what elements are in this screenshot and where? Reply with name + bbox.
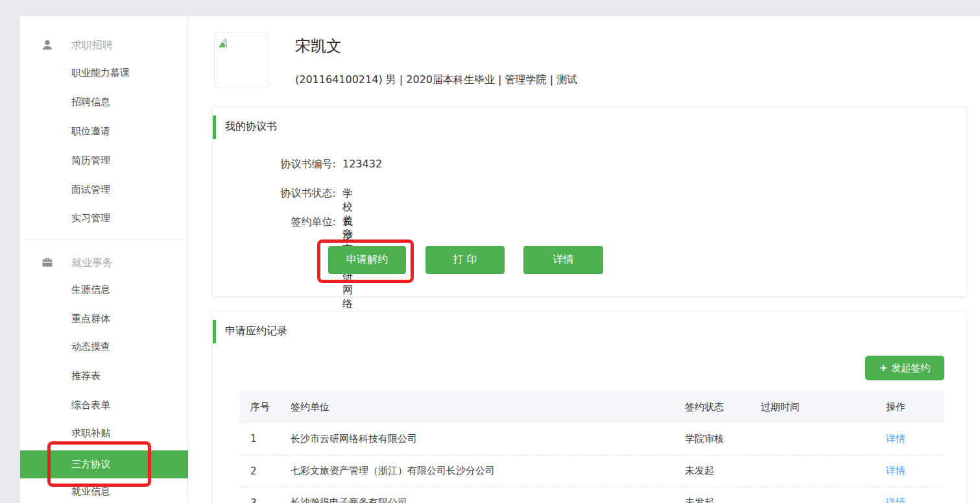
sidebar-group-jobs: 求职招聘 [20,38,187,55]
table-header-row: 序号 签约单位 签约状态 过期时间 操作 [239,391,944,423]
col-header-action: 操作 [875,391,944,423]
sidebar-item-recruit[interactable]: 招聘信息 [20,96,187,112]
print-button[interactable]: 打 印 [425,246,505,274]
sidebar-item-tripartite-agreement[interactable]: 三方协议 [20,450,188,478]
table-row: 1 长沙市云研网络科技有限公司 学院审核 详情 [239,423,944,455]
cell-company: 七彩文旅资产管理（浙江）有限公司长沙分公司 [280,455,674,487]
sidebar-item-invite[interactable]: 职位邀请 [20,125,187,141]
sidebar-item-subsidy[interactable]: 求职补贴 [20,427,187,443]
accent-bar [213,320,216,343]
cell-status: 学院审核 [674,423,750,455]
page: 求职招聘 职业能力慕课 招聘信息 职位邀请 简历管理 面试管理 实习管理 就业事… [0,0,980,503]
sidebar-item-interview[interactable]: 面试管理 [20,184,187,199]
field-label: 协议书编号: [239,158,336,171]
sidebar: 求职招聘 职业能力慕课 招聘信息 职位邀请 简历管理 面试管理 实习管理 就业事… [20,16,188,503]
student-meta: (201164100214) 男 | 2020届本科生毕业 | 管理学院 | 测… [295,73,577,87]
col-header-expire: 过期时间 [750,391,875,423]
field-value: 123432 [342,158,382,170]
agreement-card: 我的协议书 协议书编号: 123432 协议书状态: 学校盖章 签约单位: 长沙… [212,106,966,297]
records-card-title: 申请应约记录 [225,325,287,338]
agreement-card-title: 我的协议书 [225,120,277,134]
cell-company: 长沙瀚得电子商务有限公司 [280,487,674,503]
main-content: 宋凯文 (201164100214) 男 | 2020届本科生毕业 | 管理学院… [188,16,980,503]
sidebar-group-label: 求职招聘 [71,39,113,53]
accent-bar [213,116,216,139]
sidebar-item-mooc[interactable]: 职业能力慕课 [20,67,187,82]
sidebar-item-key-groups[interactable]: 重点群体 [20,313,187,328]
sidebar-item-forms[interactable]: 综合表单 [20,399,187,415]
row-detail-link[interactable]: 详情 [886,465,905,476]
detail-button[interactable]: 详情 [523,246,603,274]
sidebar-item-employment-info[interactable]: 就业信息 [20,485,187,501]
apply-cancel-button[interactable]: 申请解约 [328,246,406,274]
table-row: 3 长沙瀚得电子商务有限公司 未发起 详情 [239,487,944,503]
records-table: 序号 签约单位 签约状态 过期时间 操作 1 长沙市云研网络科技有限公司 学院审… [239,391,944,503]
cell-no: 1 [239,423,280,455]
cell-status: 未发起 [674,455,750,487]
cell-no: 2 [239,455,280,487]
start-signing-button[interactable]: +发起签约 [865,356,944,380]
row-detail-link[interactable]: 详情 [886,433,905,445]
table-row: 2 七彩文旅资产管理（浙江）有限公司长沙分公司 未发起 详情 [239,455,944,487]
sidebar-group-employment: 就业事务 [20,255,187,272]
row-detail-link[interactable]: 详情 [886,497,905,503]
sidebar-item-resume[interactable]: 简历管理 [20,154,187,170]
field-label: 签约单位: [239,215,336,229]
cell-no: 3 [239,487,280,503]
cell-status: 未发起 [674,487,750,503]
cell-company: 长沙市云研网络科技有限公司 [280,423,674,455]
records-card: 申请应约记录 +发起签约 序号 签约单位 签约状态 过期时间 操作 [212,311,966,503]
sidebar-item-source-info[interactable]: 生源信息 [20,284,187,299]
cell-expire [750,423,875,455]
sidebar-group-label: 就业事务 [71,256,113,270]
user-icon [41,38,54,51]
start-signing-label: 发起签约 [891,362,930,374]
briefcase-icon [41,256,54,269]
cell-expire [750,455,875,487]
col-header-company: 签约单位 [280,391,674,423]
sidebar-item-internship[interactable]: 实习管理 [20,212,187,228]
sidebar-item-dynamic-check[interactable]: 动态摸查 [20,341,187,356]
student-name: 宋凯文 [295,36,342,56]
broken-image-icon [217,37,231,51]
field-label: 协议书状态: [239,187,336,201]
sidebar-item-recommend[interactable]: 推荐表 [20,370,187,386]
sidebar-divider [20,239,187,239]
cell-expire [750,487,875,503]
plus-icon: + [879,362,888,374]
avatar [214,32,269,88]
col-header-status: 签约状态 [674,391,750,423]
col-header-no: 序号 [239,391,280,423]
